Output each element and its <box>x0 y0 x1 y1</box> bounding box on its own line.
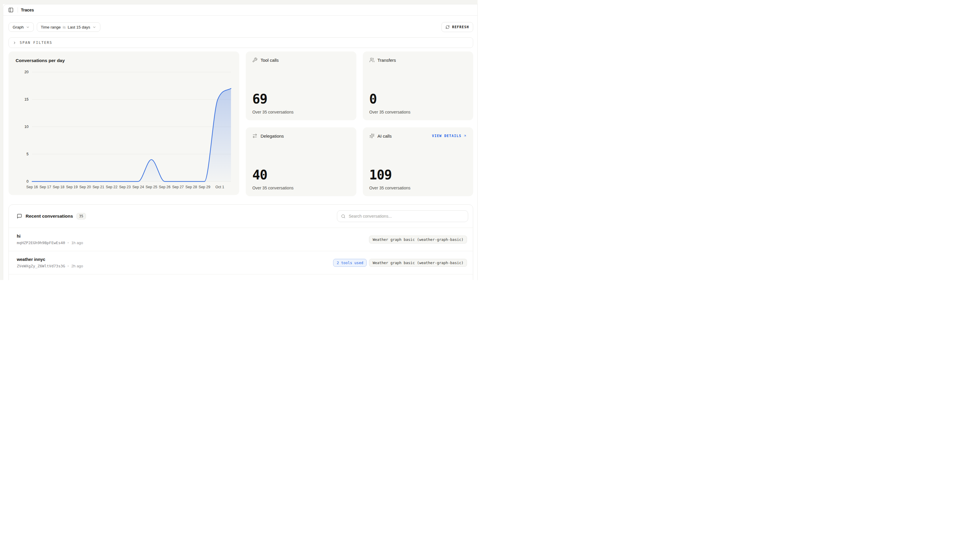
chart-plot <box>32 72 231 182</box>
conversation-id: ZVeWXgZy_Z6WltVd73s3G <box>17 264 65 268</box>
view-mode-label: Graph <box>13 25 24 29</box>
view-mode-dropdown[interactable]: Graph <box>8 22 34 32</box>
stats-row-1: Tool calls 69 Over 35 conversations Tran… <box>246 52 473 120</box>
x-tick-label: Sep 28 <box>186 185 197 189</box>
chevron-down-icon <box>26 25 30 29</box>
panel-left-icon <box>8 7 13 13</box>
stats-column: Tool calls 69 Over 35 conversations Tran… <box>246 52 473 196</box>
y-tick-label: 20 <box>16 70 29 74</box>
stat-card-delegations: Delegations 40 Over 35 conversations <box>246 127 356 196</box>
time-range-filter[interactable]: Time range is Last 15 days <box>37 22 100 32</box>
y-tick-label: 15 <box>16 97 29 101</box>
stat-card-transfers: Transfers 0 Over 35 conversations <box>363 52 473 120</box>
agent-tag: Weather graph basic (weather-graph-basic… <box>369 235 467 243</box>
chart-title: Conversations per day <box>16 58 232 63</box>
x-tick-label: Sep 20 <box>79 185 91 189</box>
chevron-down-icon <box>93 25 96 29</box>
conversation-row[interactable]: hi mqHZP2EGh9h9BpFEwEs40 1h ago Weather … <box>9 228 473 251</box>
x-tick-label: Sep 19 <box>66 185 78 189</box>
dashboard-grid: Conversations per day 05101520 Sep 16Sep… <box>8 52 473 196</box>
recent-conversations-card: Recent conversations 35 hi mqHZP2EGh9h9B… <box>8 205 473 280</box>
search-input[interactable] <box>348 214 464 219</box>
conversations-header: Recent conversations 35 <box>9 205 473 228</box>
conversation-row[interactable]: weather innyc ZVeWXgZy_Z6WltVd73s3G 2h a… <box>9 251 473 274</box>
meta-dot <box>68 242 68 243</box>
y-tick-label: 5 <box>16 152 29 156</box>
arrow-up-right-icon <box>463 134 467 138</box>
stat-value: 0 <box>369 93 467 106</box>
tools-used-tag: 2 tools used <box>333 259 366 267</box>
stat-subtitle: Over 35 conversations <box>252 110 350 114</box>
x-tick-label: Sep 23 <box>119 185 131 189</box>
conversations-chart-card: Conversations per day 05101520 Sep 16Sep… <box>8 52 239 195</box>
agent-tag: Weather graph basic (weather-graph-basic… <box>369 259 467 267</box>
chart-x-axis: Sep 16Sep 17Sep 18Sep 19Sep 20Sep 21Sep … <box>32 184 231 192</box>
wrench-icon <box>252 57 257 63</box>
view-details-label: VIEW DETAILS <box>432 134 461 138</box>
time-range-field: Time range <box>41 25 61 29</box>
stat-card-ai-calls: AI calls VIEW DETAILS 109 Over 35 conver… <box>363 127 473 196</box>
x-tick-label: Sep 29 <box>199 185 210 189</box>
conversation-info: hi mqHZP2EGh9h9BpFEwEs40 1h ago <box>17 234 83 245</box>
refresh-button[interactable]: REFRESH <box>441 22 473 32</box>
conversation-id: mqHZP2EGh9h9BpFEwEs40 <box>17 240 65 245</box>
conversation-time: 1h ago <box>71 240 83 245</box>
outer-background-top <box>0 0 477 4</box>
x-tick-label: Sep 18 <box>53 185 64 189</box>
conversation-info: weather innyc ZVeWXgZy_Z6WltVd73s3G 2h a… <box>17 257 83 268</box>
stat-card-tool-calls: Tool calls 69 Over 35 conversations <box>246 52 356 120</box>
stat-label: AI calls <box>378 133 429 138</box>
conversations-count-badge: 35 <box>77 213 86 219</box>
conversation-row-partial <box>9 274 473 280</box>
arrows-swap-icon <box>252 133 257 138</box>
stats-row-2: Delegations 40 Over 35 conversations AI … <box>246 127 473 196</box>
x-tick-label: Sep 25 <box>146 185 158 189</box>
users-icon <box>369 57 375 63</box>
header-divider <box>18 7 18 13</box>
time-range-operator: is <box>63 25 66 29</box>
stat-value: 40 <box>252 169 350 182</box>
x-tick-label: Sep 17 <box>39 185 51 189</box>
conversations-title: Recent conversations <box>26 214 73 219</box>
conversation-tags: Weather graph basic (weather-graph-basic… <box>369 235 467 243</box>
search-icon <box>341 214 345 219</box>
refresh-icon <box>446 25 449 29</box>
message-square-icon <box>17 214 22 219</box>
span-filters-expander[interactable]: SPAN FILTERS <box>8 37 473 48</box>
x-tick-label: Sep 21 <box>93 185 104 189</box>
chevron-right-icon <box>13 41 16 45</box>
y-tick-label: 10 <box>16 125 29 129</box>
filter-toolbar: Graph Time range is Last 15 days REFRESH <box>8 22 473 32</box>
sidebar-toggle-button[interactable] <box>7 6 15 14</box>
conversation-tags: 2 tools used Weather graph basic (weathe… <box>333 259 467 267</box>
stat-label: Delegations <box>261 133 350 138</box>
x-tick-label: Sep 24 <box>132 185 144 189</box>
top-header: Traces <box>3 5 477 16</box>
conversation-title: weather innyc <box>17 257 83 262</box>
page-title: Traces <box>21 8 34 12</box>
x-tick-label: Sep 26 <box>159 185 171 189</box>
conversation-time: 2h ago <box>71 264 83 268</box>
stat-subtitle: Over 35 conversations <box>252 186 350 190</box>
outer-background-left <box>0 0 3 280</box>
conversations-search <box>337 210 468 222</box>
span-filters-label: SPAN FILTERS <box>20 41 52 45</box>
stat-value: 109 <box>369 169 467 182</box>
main-panel: Traces Graph Time range is Last 15 days … <box>3 4 477 280</box>
sparkles-icon <box>369 133 375 138</box>
stat-value: 69 <box>252 93 350 106</box>
conversation-title: hi <box>17 234 83 239</box>
view-details-link[interactable]: VIEW DETAILS <box>432 134 467 138</box>
stat-subtitle: Over 35 conversations <box>369 186 467 190</box>
stat-subtitle: Over 35 conversations <box>369 110 467 114</box>
refresh-label: REFRESH <box>452 25 469 29</box>
time-range-value: Last 15 days <box>68 25 90 29</box>
meta-dot <box>68 266 68 266</box>
x-tick-label: Sep 22 <box>106 185 118 189</box>
x-tick-label: Sep 16 <box>26 185 38 189</box>
y-tick-label: 0 <box>16 179 29 183</box>
stat-label: Tool calls <box>261 58 350 63</box>
x-tick-label: Oct 1 <box>215 185 224 189</box>
chart-area: 05101520 <box>16 72 232 182</box>
stat-label: Transfers <box>378 58 467 63</box>
